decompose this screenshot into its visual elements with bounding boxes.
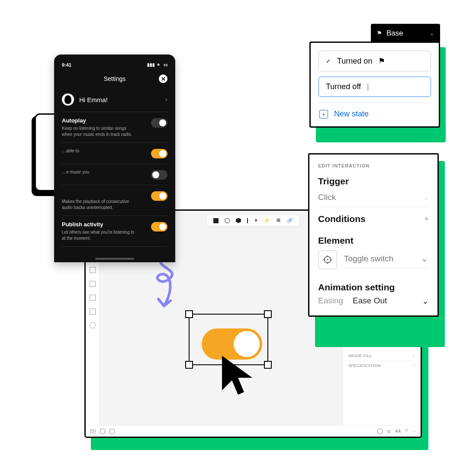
text-tool-icon[interactable] bbox=[90, 309, 96, 315]
chevron-down-icon: ⌄ bbox=[430, 30, 434, 36]
resize-handle-tr[interactable] bbox=[264, 310, 272, 318]
tab-label: Base bbox=[386, 29, 403, 38]
toggle-switch[interactable] bbox=[151, 191, 167, 201]
add-condition-icon[interactable]: + bbox=[424, 215, 429, 224]
grid-icon[interactable] bbox=[100, 429, 105, 434]
resize-handle-bl[interactable] bbox=[185, 361, 193, 369]
svg-point-1 bbox=[327, 259, 328, 261]
chevron-down-icon: ⌄ bbox=[421, 254, 428, 264]
search-tool-icon[interactable] bbox=[90, 322, 96, 328]
image-tool-icon[interactable] bbox=[90, 281, 96, 287]
state-item-on[interactable]: ✓ Turned on ⚑ bbox=[318, 51, 431, 71]
animation-section-title: Animation setting bbox=[318, 282, 429, 293]
wifi-icon: ᯤ bbox=[157, 62, 161, 68]
signal-icon: ▮▮▮ bbox=[147, 62, 155, 68]
setting-row-3: …e music you bbox=[62, 164, 167, 185]
setting-row-2: …able to bbox=[62, 143, 167, 164]
panel-label: SPECIFICATION bbox=[348, 363, 381, 368]
panel-header: EDIT INTERACTION bbox=[318, 163, 429, 168]
setting-desc: Let others see what you're listening to … bbox=[62, 229, 135, 241]
close-icon[interactable]: ✕ bbox=[159, 74, 167, 83]
setting-desc: Makes the playback of consecutive audio … bbox=[62, 199, 135, 210]
phone-statusbar: 9:41 ▮▮▮ ᯤ ▭ bbox=[62, 62, 167, 68]
toggle-switch[interactable] bbox=[151, 170, 167, 180]
component-tool-icon[interactable] bbox=[90, 295, 96, 301]
tool-link-icon[interactable]: ⌘ bbox=[276, 218, 281, 223]
tool-ellipse-icon[interactable] bbox=[225, 218, 230, 223]
profile-row[interactable]: Hi Emma! › bbox=[62, 86, 167, 112]
trigger-select[interactable]: Click ⌄ bbox=[318, 190, 429, 206]
title-text: Settings bbox=[104, 75, 126, 82]
text-cursor-icon: | bbox=[367, 82, 369, 91]
flag-icon: ⚑ bbox=[377, 30, 382, 36]
more-icon[interactable]: ⋯ bbox=[412, 429, 416, 434]
text-aa-icon[interactable]: AA bbox=[395, 429, 401, 434]
easing-label: Easing bbox=[318, 296, 343, 306]
state-item-off[interactable]: Turned off | bbox=[318, 77, 431, 97]
element-picker-button[interactable] bbox=[318, 250, 337, 269]
setting-autoplay: Autoplay Keep on listening to similar so… bbox=[62, 112, 167, 143]
easing-select[interactable]: Ease Out ⌄ bbox=[353, 296, 429, 306]
panel-label: IMAGE FILL bbox=[348, 354, 372, 358]
setting-desc: …able to bbox=[62, 148, 135, 154]
home-indicator bbox=[95, 258, 134, 260]
plus-icon[interactable]: + bbox=[413, 354, 415, 358]
toggle-knob bbox=[234, 331, 260, 357]
tool-divider-icon bbox=[247, 218, 248, 223]
avatar-icon bbox=[62, 93, 74, 106]
editor-toolbar: ✦ ⚡ ⌘ 🔗 bbox=[207, 215, 299, 226]
code-token-icon[interactable]: {S} bbox=[90, 429, 96, 434]
help-icon[interactable]: ? bbox=[405, 429, 408, 434]
element-select[interactable]: Toggle switch ⌄ bbox=[343, 251, 429, 268]
tool-plugins-icon[interactable]: ✦ bbox=[254, 218, 258, 223]
frame-tool-icon[interactable] bbox=[90, 267, 96, 273]
check-icon: ✓ bbox=[326, 58, 331, 64]
state-base-tab[interactable]: ⚑ Base ⌄ bbox=[371, 24, 440, 42]
tool-polygon-icon[interactable] bbox=[236, 218, 241, 223]
accessibility-icon[interactable]: ◎ bbox=[387, 429, 391, 434]
divider bbox=[318, 207, 429, 208]
layout-icon[interactable] bbox=[109, 429, 115, 434]
phone-settings-mock: 9:41 ▮▮▮ ᯤ ▭ Settings ✕ Hi Emma! › Autop… bbox=[54, 55, 175, 262]
new-state-label: New state bbox=[334, 109, 369, 119]
tool-rectangle-icon[interactable] bbox=[213, 218, 219, 223]
panel-row-image-fill[interactable]: IMAGE FILL+ bbox=[343, 351, 421, 360]
resize-handle-br[interactable] bbox=[264, 361, 272, 369]
state-label: Turned off bbox=[326, 82, 361, 91]
setting-desc: Keep on listening to similar songs when … bbox=[62, 125, 135, 137]
setting-gapless: x Makes the playback of consecutive audi… bbox=[62, 185, 167, 216]
new-state-button[interactable]: + New state bbox=[318, 103, 431, 126]
setting-publish-activity: Publish activity Let others see what you… bbox=[62, 216, 167, 247]
editor-bottom-bar: {S} ◎ AA ? ⋯ bbox=[86, 425, 421, 437]
chevron-down-icon: ⌄ bbox=[424, 194, 429, 201]
edit-interaction-panel: EDIT INTERACTION Trigger Click ⌄ Conditi… bbox=[308, 153, 439, 317]
flag-icon: ⚑ bbox=[378, 56, 385, 66]
state-label: Turned on bbox=[337, 57, 372, 66]
preview-icon[interactable] bbox=[377, 429, 383, 434]
toggle-switch[interactable] bbox=[151, 222, 167, 232]
conditions-section-title: Conditions bbox=[318, 214, 366, 224]
states-panel: ✓ Turned on ⚑ Turned off | + New state bbox=[309, 42, 440, 128]
chevron-down-icon: ⌄ bbox=[422, 296, 429, 306]
tool-share-icon[interactable]: 🔗 bbox=[287, 218, 293, 223]
toggle-switch[interactable] bbox=[151, 149, 167, 158]
toggle-switch[interactable] bbox=[151, 118, 167, 128]
plus-icon[interactable]: + bbox=[413, 363, 415, 368]
setting-title: Autoplay bbox=[62, 117, 147, 124]
trigger-section-title: Trigger bbox=[318, 176, 429, 187]
panel-row-specification[interactable]: SPECIFICATION+ bbox=[343, 360, 421, 370]
setting-title: Publish activity bbox=[62, 221, 147, 228]
battery-icon: ▭ bbox=[164, 62, 167, 68]
plus-icon: + bbox=[319, 110, 328, 119]
greeting-text: Hi Emma! bbox=[79, 96, 160, 103]
easing-value: Ease Out bbox=[353, 296, 387, 306]
setting-desc: …e music you bbox=[62, 169, 135, 175]
chevron-right-icon: › bbox=[165, 96, 167, 103]
resize-handle-tl[interactable] bbox=[185, 310, 193, 318]
status-time: 9:41 bbox=[62, 62, 71, 68]
phone-screen-title: Settings ✕ bbox=[62, 75, 167, 82]
annotation-arrow-icon bbox=[149, 254, 188, 315]
element-value: Toggle switch bbox=[344, 254, 393, 264]
tool-lightning-icon[interactable]: ⚡ bbox=[264, 218, 270, 223]
trigger-value: Click bbox=[318, 193, 336, 202]
